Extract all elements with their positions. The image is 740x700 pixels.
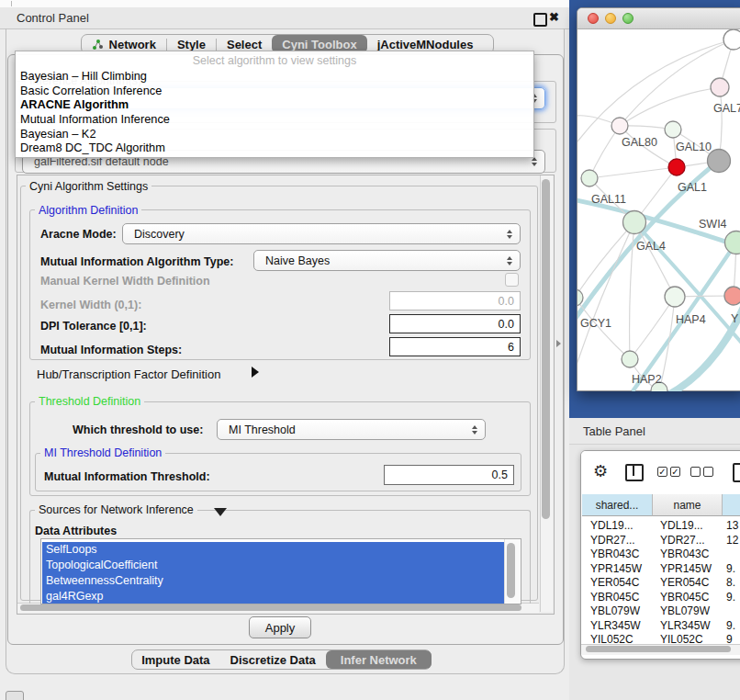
- mi-type-value: Naive Bayes: [265, 254, 330, 267]
- tab-discretize-data[interactable]: Discretize Data: [220, 650, 326, 669]
- table-row[interactable]: YLR345WYLR345W9.: [582, 619, 740, 634]
- list-scrollbar-thumb[interactable]: [507, 543, 515, 598]
- list-item[interactable]: SelfLoops: [42, 542, 505, 558]
- close-icon[interactable]: ✖: [549, 10, 559, 24]
- table-row[interactable]: YBL079WYBL079W: [582, 604, 740, 619]
- dpi-tolerance-label: DPI Tolerance [0,1]:: [40, 320, 147, 333]
- new-table-icon[interactable]: [733, 463, 740, 482]
- mi-steps-label: Mutual Information Steps:: [40, 344, 182, 356]
- table-row[interactable]: YPR145WYPR145W9.: [582, 562, 740, 577]
- node-gal10[interactable]: [665, 121, 681, 138]
- table-row[interactable]: YBR043CYBR043C: [582, 548, 740, 562]
- table-rows: YDL19...YDL19...13 YDR27...YDR27...12 YB…: [581, 519, 740, 644]
- dropdown-item[interactable]: Basic Correlation Inference: [16, 84, 533, 98]
- aracne-mode-combo[interactable]: Discovery: [122, 223, 521, 244]
- list-item[interactable]: TopologicalCoefficient: [42, 558, 505, 573]
- dropdown-item-selected[interactable]: ARACNE Algorithm: [16, 97, 533, 112]
- network-window-titlebar[interactable]: [577, 8, 740, 29]
- docked-panel-icon[interactable]: [6, 691, 24, 700]
- tab-infer-network[interactable]: Infer Network: [326, 650, 432, 669]
- network-tab-icon: [92, 39, 104, 51]
- hub-definition-toggle[interactable]: Hub/Transcription Factor Definition: [37, 367, 220, 381]
- select-all-checks-icon[interactable]: ✓✓: [657, 467, 680, 477]
- table-row[interactable]: YDR27...YDR27...12: [582, 534, 740, 548]
- column-header-partial[interactable]: [723, 494, 740, 516]
- minimize-traffic-light[interactable]: [605, 13, 616, 24]
- which-threshold-label: Which threshold to use:: [73, 423, 203, 436]
- gear-icon[interactable]: ⚙: [593, 461, 608, 481]
- node-hap2[interactable]: [622, 351, 638, 367]
- sources-title[interactable]: Sources for Network Inference: [35, 503, 197, 516]
- deselect-all-checks-icon[interactable]: [690, 467, 713, 477]
- list-item[interactable]: gal4RGexp: [42, 589, 505, 604]
- top-strip-tick: [11, 1, 12, 6]
- which-threshold-combo[interactable]: MI Threshold: [217, 419, 486, 440]
- list-item[interactable]: BetweennessCentrality: [42, 573, 505, 589]
- dropdown-item[interactable]: Mutual Information Inference: [16, 112, 533, 127]
- kernel-width-input[interactable]: 0.0: [389, 291, 521, 310]
- mi-type-combo[interactable]: Naive Bayes: [253, 250, 521, 271]
- dropdown-item[interactable]: Bayesian – Hill Climbing: [16, 69, 533, 84]
- table-header-row: shared... name: [582, 494, 740, 516]
- node-label: SWI4: [699, 218, 727, 231]
- table-toolbar: ⚙ ✓✓: [581, 451, 740, 494]
- node-gal4[interactable]: [623, 211, 646, 234]
- table-window: ⚙ ✓✓ shared... name YDL19...YDL19...13 Y…: [580, 450, 740, 660]
- mi-steps-input[interactable]: 6: [389, 337, 521, 356]
- horizontal-scrollbar-thumb[interactable]: [20, 604, 521, 611]
- hub-expand-icon[interactable]: [252, 367, 259, 378]
- zoom-traffic-light[interactable]: [622, 13, 633, 24]
- table-row[interactable]: YER054CYER054C8.: [582, 576, 740, 591]
- node-label: GAL11: [591, 193, 626, 206]
- node[interactable]: [723, 29, 740, 50]
- split-columns-icon[interactable]: [625, 464, 644, 481]
- bottom-tabbar: Impute Data Discretize Data Infer Networ…: [131, 649, 432, 670]
- node-gcy1[interactable]: [577, 289, 583, 306]
- combo-arrows-icon: [472, 425, 477, 435]
- apply-button[interactable]: Apply: [249, 616, 311, 638]
- network-node-labels: GAL7 GAL80 GAL10 GAL1 GAL11 GAL4 SWI4 HA…: [580, 102, 740, 386]
- manual-kernel-checkbox[interactable]: [505, 273, 519, 287]
- node-label: HAP2: [632, 373, 662, 386]
- dropdown-item[interactable]: Dream8 DC_TDC Algorithm: [16, 141, 533, 155]
- float-window-icon[interactable]: [533, 13, 547, 27]
- network-canvas[interactable]: GAL7 GAL80 GAL10 GAL1 GAL11 GAL4 SWI4 HA…: [577, 29, 740, 391]
- table-panel-titlebar: Table Panel: [569, 418, 740, 445]
- column-header-shared-name[interactable]: shared...: [582, 494, 653, 516]
- network-window: GAL7 GAL80 GAL10 GAL1 GAL11 GAL4 SWI4 HA…: [577, 7, 740, 391]
- close-traffic-light[interactable]: [588, 13, 599, 24]
- mi-threshold-title: MI Threshold Definition: [40, 446, 165, 459]
- table-row[interactable]: YIL052CYIL052C9: [582, 633, 740, 644]
- node-gal1-selected[interactable]: [668, 159, 685, 175]
- mi-threshold-label: Mutual Information Threshold:: [44, 470, 210, 483]
- control-panel-titlebar: Control Panel ✖: [0, 7, 569, 29]
- node-gal11[interactable]: [581, 170, 598, 186]
- node-label: GAL80: [622, 136, 657, 149]
- combo-arrows-icon: [532, 157, 537, 166]
- node-gal80[interactable]: [611, 118, 628, 134]
- splitpane-arrow-icon[interactable]: [556, 340, 561, 347]
- table-row[interactable]: YBR045CYBR045C9.: [582, 591, 740, 605]
- algorithm-definition-title: Algorithm Definition: [35, 204, 141, 217]
- dropdown-item[interactable]: Bayesian – K2: [16, 127, 533, 141]
- node-swi4[interactable]: [725, 231, 740, 254]
- node-label: HAP4: [676, 313, 706, 326]
- mi-threshold-input[interactable]: 0.5: [384, 465, 514, 485]
- aracne-mode-value: Discovery: [134, 228, 185, 241]
- manual-kernel-label: Manual Kernel Width Definition: [40, 275, 210, 288]
- tab-impute-data[interactable]: Impute Data: [131, 650, 219, 669]
- network-nodes: [577, 29, 740, 391]
- node-hap4[interactable]: [665, 287, 685, 307]
- vertical-scrollbar-thumb[interactable]: [542, 179, 550, 519]
- sources-collapse-icon[interactable]: [214, 508, 227, 516]
- table-row[interactable]: YDL19...YDL19...13: [582, 519, 740, 534]
- table-panel-title: Table Panel: [583, 424, 645, 438]
- node-label: GAL10: [676, 141, 712, 153]
- column-header-name[interactable]: name: [653, 494, 723, 516]
- combo-arrows-icon: [507, 230, 512, 239]
- table-horizontal-scrollbar-thumb[interactable]: [586, 646, 731, 652]
- node-salmon[interactable]: [724, 287, 740, 305]
- dpi-tolerance-input[interactable]: 0.0: [389, 314, 521, 333]
- node-gal7[interactable]: [711, 78, 729, 96]
- algorithm-dropdown-list: Select algorithm to view settings Bayesi…: [15, 51, 534, 158]
